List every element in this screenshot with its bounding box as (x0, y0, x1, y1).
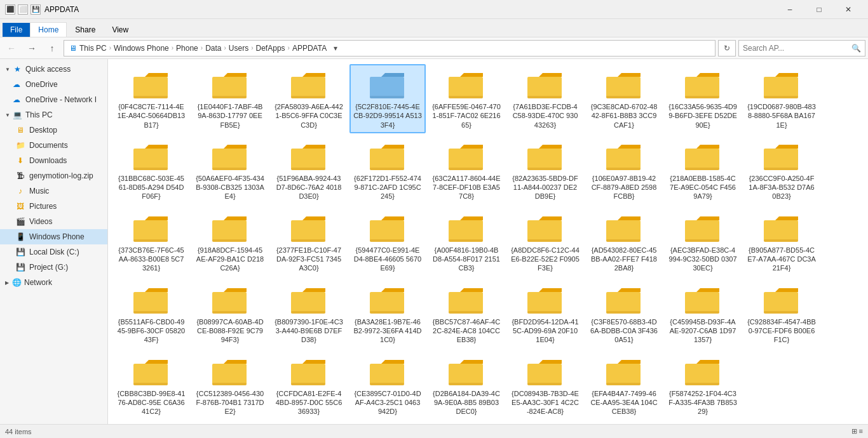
folder-item[interactable]: {BA3A28E1-9B7E-46B2-9972-3E6FA 414D1C0} (349, 279, 426, 348)
folder-item[interactable]: {C459945B-D93F-4AAE-9207-C6AB 1D971357} (665, 279, 741, 348)
folder-item[interactable]: {C928834F-4547-4BB0-97CE-FDF6 B00E6F1C} (743, 279, 820, 348)
bc-windowsphone[interactable]: Windows Phone (114, 44, 169, 53)
sidebar-item-downloads[interactable]: ⬇ Downloads (0, 153, 107, 168)
svg-rect-54 (133, 292, 168, 314)
svg-rect-72 (133, 364, 168, 385)
folder-item[interactable]: {82A23635-5BD9-DF11-A844-00237 DE2DB9E} (507, 136, 583, 205)
sidebar-item-genymotion[interactable]: 🗜 genymotion-log.zip (0, 168, 107, 183)
tab-share[interactable]: Share (67, 22, 104, 37)
title-bar-icon-1[interactable]: ⬛ (5, 4, 15, 15)
bc-users[interactable]: Users (229, 44, 248, 53)
bc-thispc[interactable]: This PC (79, 44, 107, 53)
folder-item[interactable]: {218A0EBB-1585-4C7E-A9EC-054C F4569A79} (665, 136, 741, 205)
sidebar-item-onedrive-network[interactable]: ☁ OneDrive - Network I (0, 92, 107, 107)
folder-item[interactable]: {373CB76E-7F6C-45AA-8633-B00E8 5C73261} (113, 208, 189, 277)
folder-item[interactable]: {19CD0687-980B-4838-8880-5F68A BA1671E} (743, 64, 820, 133)
folder-item[interactable]: {DC08943B-7B3D-4EE5-AA3C-30F1 4C2C-824E-… (507, 351, 583, 420)
title-bar-icon-2[interactable]: ⬜ (18, 4, 28, 15)
tab-file[interactable]: File (3, 23, 30, 37)
folder-item[interactable]: {AD543082-80EC-45BB-AA02-FFE7 F4182BA8} (586, 208, 662, 277)
folder-item[interactable]: {1E0440F1-7ABF-4B9A-863D-17797 0EEFB5E} (192, 64, 268, 133)
folder-label: {62F172D1-F552-4749-871C-2AFD 1C95C245} (353, 174, 422, 201)
sidebar-item-videos[interactable]: 🎬 Videos (0, 214, 107, 229)
folder-item[interactable]: {CE3895C7-01D0-4DAF-A4C3-25C1 0463942D} (349, 351, 426, 420)
svg-rect-68 (685, 292, 719, 314)
folder-label: {594477C0-E991-4ED4-8BE4-46605 5670E69} (353, 246, 422, 273)
folder-item[interactable]: {9C3E8CAD-6702-4842-8F61-B8B3 3CC9CAF1} (586, 64, 662, 133)
folder-item[interactable]: {6AFFE59E-0467-4701-851F-7AC02 6E21665} (428, 64, 505, 133)
folder-item[interactable]: {594477C0-E991-4ED4-8BE4-46605 5670E69} (349, 208, 426, 277)
maximize-button[interactable]: □ (804, 0, 834, 19)
forward-button[interactable]: → (23, 40, 41, 56)
folder-item[interactable]: {C3F8E570-68B3-4D6A-BDBB-C0A 3F4360A51} (586, 279, 662, 348)
folder-item[interactable]: {CC512389-0456-430F-876B-704B1 7317DE2} (192, 351, 268, 420)
folder-item[interactable]: {CBB8C3BD-99E8-4176-AD8C-95E C6A3641C2} (113, 351, 189, 420)
folder-item[interactable]: {16C33A56-9635-4D99-B6FD-3EFE D52DE90E} (665, 64, 741, 133)
sidebar-item-music[interactable]: ♪ Music (0, 183, 107, 199)
bc-appdata[interactable]: APPDATA (292, 44, 327, 53)
folder-item[interactable]: {BBC57C87-46AF-4C2C-824E-AC8 104CCEB38} (428, 279, 505, 348)
folder-label: {EFA4B4A7-7499-46CE-AA95-3E4A 104CCEB38} (590, 389, 658, 416)
downloads-label: Downloads (29, 156, 67, 165)
folder-item[interactable]: {63C2A117-8604-44E7-8CEF-DF10B E3A57C8} (428, 136, 505, 205)
tab-view[interactable]: View (104, 22, 137, 37)
sidebar-item-desktop[interactable]: 🖥 Desktop (0, 123, 107, 138)
back-button[interactable]: ← (3, 40, 20, 56)
address-bar-row: ← → ↑ 🖥 This PC › Windows Phone › Phone … (0, 37, 868, 59)
folder-item[interactable]: {A00F4816-19B0-4BD8-A554-8F017 2151CB3} (428, 208, 505, 277)
folder-item[interactable]: {62F172D1-F552-4749-871C-2AFD 1C95C245} (349, 136, 426, 205)
folder-item[interactable]: {B5511AF6-CBD0-4945-9BF6-30CF 0582043F} (113, 279, 189, 348)
svg-rect-0 (133, 77, 168, 98)
network-header[interactable]: ▶ 🌐 Network (0, 275, 107, 290)
search-input[interactable] (743, 44, 849, 53)
svg-rect-69 (685, 311, 719, 314)
svg-rect-52 (764, 220, 798, 242)
folder-item[interactable]: {D2B6A184-DA39-4C9A-9E0A-8B5 89B03DEC0} (428, 351, 505, 420)
folder-item[interactable]: {7A61BD3E-FCDB-4C58-93DE-470C 93043263} (507, 64, 583, 133)
folder-item[interactable]: {CCFDCA81-E2FE-44BD-8957-D0C 55C636933} (271, 351, 347, 420)
folder-item[interactable]: {106E0A97-8B19-42CF-8879-A8ED 2598FCBB} (586, 136, 662, 205)
folder-label: {2377FE1B-C10F-47DA-92F3-FC51 7345A3C0} (275, 246, 343, 273)
folder-item[interactable]: {A8DDC8F6-C12C-44E6-B22E-52E2 F0905F3E} (507, 208, 583, 277)
search-box[interactable]: 🔍 (738, 40, 865, 56)
folder-item[interactable]: {50A6AEF0-4F35-434B-9308-CB325 1303AE4} (192, 136, 268, 205)
folder-item[interactable]: {51F96ABA-9924-43D7-8D6C-76A2 4018D3E0} (271, 136, 347, 205)
address-dropdown[interactable]: ▾ (329, 44, 342, 53)
bc-data[interactable]: Data (205, 44, 221, 53)
sidebar-item-project[interactable]: 💾 Project (G:) (0, 260, 107, 275)
thispc-header[interactable]: ▼ 💻 This PC (0, 107, 107, 123)
sidebar-item-documents[interactable]: 📁 Documents (0, 138, 107, 153)
folder-item[interactable]: {EFA4B4A7-7499-46CE-AA95-3E4A 104CCEB38} (586, 351, 662, 420)
folder-item[interactable]: {B08997CA-60AB-4DCE-B088-F92E 9C7994F3} (192, 279, 268, 348)
folder-item[interactable]: {0F4C8C7E-7114-4E1E-A84C-50664DB13B17} (113, 64, 189, 133)
folder-item[interactable]: {2FA58039-A6EA-4421-B5C6-9FFA C0C3EC3D} (271, 64, 347, 133)
quick-access-header[interactable]: ▼ ★ Quick access (0, 62, 107, 77)
refresh-button[interactable]: ↻ (718, 40, 736, 56)
folder-item[interactable]: {BFD2D954-12DA-415C-AD99-69A 20F101E04} (507, 279, 583, 348)
folder-item[interactable]: {F5874252-1F04-4C3F-A335-4FA3B 7B85329} (665, 351, 741, 420)
folder-item[interactable]: {B905A877-BD55-4CE7-A7AA-467C DC3A21F4} (743, 208, 820, 277)
sidebar-item-windows-phone[interactable]: 📱 Windows Phone (0, 229, 107, 244)
folder-item[interactable]: {5C2F810E-7445-4ECB-92D9-99514 A5133F4} (349, 64, 426, 133)
close-button[interactable]: ✕ (834, 0, 863, 19)
folder-item[interactable]: {918A8DCF-1594-45AE-AF29-BA1C D218C26A} (192, 208, 268, 277)
sidebar-item-pictures[interactable]: 🖼 Pictures (0, 199, 107, 214)
bc-defapps[interactable]: DefApps (256, 44, 285, 53)
svg-rect-51 (685, 239, 719, 242)
bc-phone[interactable]: Phone (176, 44, 198, 53)
tab-home[interactable]: Home (30, 22, 67, 37)
folder-item[interactable]: {AEC3BFAD-E38C-4994-9C32-50BD 030730EC} (665, 208, 741, 277)
title-bar-icon-3[interactable]: 💾 (31, 4, 41, 15)
folder-item[interactable]: {236CC9F0-A250-4F1A-8F3A-B532 D7A60B23} (743, 136, 820, 205)
folder-label: {7A61BD3E-FCDB-4C58-93DE-470C 93043263} (511, 102, 580, 129)
bc-sep-6: › (288, 44, 290, 51)
folder-item[interactable]: {2377FE1B-C10F-47DA-92F3-FC51 7345A3C0} (271, 208, 347, 277)
folder-item[interactable]: {31BBC68C-503E-4561-8D85-A294 D54DF06F} (113, 136, 189, 205)
folder-item[interactable]: {B8097390-1F0E-4C33-A440-B9E6B D7EFD38} (271, 279, 347, 348)
sidebar-item-onedrive[interactable]: ☁ OneDrive (0, 77, 107, 92)
sidebar-item-local-disk[interactable]: 💾 Local Disk (C:) (0, 244, 107, 260)
up-button[interactable]: ↑ (43, 40, 61, 56)
svg-rect-4 (291, 77, 325, 98)
address-box[interactable]: 🖥 This PC › Windows Phone › Phone › Data… (64, 40, 715, 56)
minimize-button[interactable]: – (775, 0, 804, 19)
